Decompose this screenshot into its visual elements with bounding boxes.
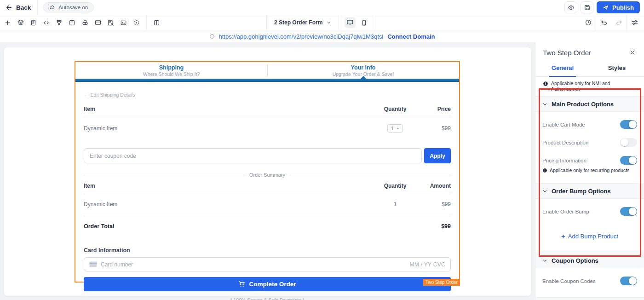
section-terms-and-conditions[interactable]: Terms and Conditions [535, 297, 644, 300]
shapes-icon[interactable] [80, 17, 90, 28]
tab-styles[interactable]: Styles [590, 61, 644, 76]
pricing-information-toggle[interactable] [620, 156, 637, 165]
item-amount: $99 [414, 201, 451, 208]
option-enable-cart-mode: Enable Cart Mode [542, 120, 637, 129]
connect-domain-link[interactable]: Connect Domain [387, 33, 435, 40]
complete-order-button[interactable]: Complete Order [84, 277, 451, 291]
undo-icon[interactable] [598, 17, 609, 28]
section-order-bump-options[interactable]: Order Bump Options [535, 183, 644, 199]
summary-row: Dynamic Item 1 $99 [84, 194, 451, 216]
enable-order-bump-toggle[interactable] [620, 207, 637, 216]
history-icon[interactable] [583, 17, 593, 28]
item-name: Dynamic Item [84, 201, 376, 208]
sections-icon[interactable] [28, 17, 39, 28]
step-subtitle: Where Should We Ship It? [143, 71, 200, 77]
quantity-select[interactable]: 1 [387, 124, 402, 133]
col-item: Item [84, 106, 376, 112]
autosave-badge: Autosave on [43, 2, 94, 12]
layers-icon[interactable] [15, 17, 26, 28]
apply-coupon-button[interactable]: Apply [424, 148, 451, 163]
add-element-icon[interactable] [2, 17, 13, 28]
send-icon [603, 4, 609, 11]
gateway-note: Applicable only for NMI and Authorize.ne… [535, 77, 644, 94]
element-selection-badge: Two Step Order [423, 279, 460, 286]
preview-url[interactable]: https://app.gohighlevel.com/v2/preview/n… [219, 33, 384, 40]
card-number-placeholder: Card number [101, 261, 409, 268]
divider [627, 15, 627, 30]
two-step-order-element[interactable]: Shipping Where Should We Ship It? Your i… [75, 61, 460, 283]
code-icon[interactable] [41, 17, 52, 28]
card-element-icon[interactable] [92, 17, 103, 28]
top-bar: Back Autosave on [0, 0, 644, 15]
plus-icon: + [561, 232, 565, 240]
builder-toolbar: 2 Step Order Form [0, 15, 644, 30]
info-icon [543, 81, 548, 87]
secure-payments-note: * 100% Secure & Safe Payments * [84, 297, 451, 300]
order-summary-title: Order Summary [249, 172, 285, 178]
order-steps: Shipping Where Should We Ship It? Your i… [75, 62, 459, 79]
text-icon[interactable] [67, 17, 77, 28]
widget-icon[interactable] [131, 17, 142, 28]
tab-general[interactable]: General [535, 61, 590, 76]
item-quantity: 1 [376, 201, 414, 208]
cart-icon [238, 281, 245, 288]
summary-table-header: Item Quantity Amount [84, 183, 451, 194]
back-label: Back [16, 4, 31, 11]
embed-code-icon[interactable] [118, 17, 129, 28]
divider [267, 65, 268, 76]
mobile-view-icon[interactable] [358, 17, 369, 28]
publish-label: Publish [612, 4, 634, 11]
col-price: Price [414, 106, 451, 112]
edit-shipping-link[interactable]: ← Edit Shipping Details [84, 92, 135, 98]
divider [146, 15, 147, 30]
col-quantity: Quantity [376, 183, 414, 189]
desktop-view-icon[interactable] [345, 17, 356, 28]
section-main-product-options[interactable]: Main Product Options [535, 96, 644, 112]
adjustments-icon[interactable] [629, 17, 640, 28]
product-description-toggle[interactable] [620, 138, 637, 147]
page-canvas[interactable]: Shipping Where Should We Ship It? Your i… [4, 47, 531, 296]
col-amount: Amount [414, 183, 451, 189]
publish-button[interactable]: Publish [597, 1, 640, 13]
page-selector-label: 2 Step Order Form [274, 19, 322, 26]
back-arrow-icon [6, 4, 12, 11]
eye-icon [568, 4, 575, 11]
left-arrow-icon: ← [84, 92, 89, 98]
item-row: Dynamic Item 1 $99 [84, 117, 451, 141]
card-number-field[interactable]: Card number MM / YY CVC [84, 257, 451, 271]
editor-content: Shipping Where Should We Ship It? Your i… [0, 42, 644, 300]
sidebar-title: Two Step Order [543, 49, 591, 57]
enable-coupon-codes-toggle[interactable] [620, 277, 637, 285]
order-total-amount: $99 [414, 223, 451, 230]
info-icon [542, 168, 547, 173]
columns-icon[interactable] [151, 17, 162, 28]
add-bump-product-link[interactable]: + Add Bump Product [561, 232, 618, 240]
preview-button[interactable] [564, 1, 577, 13]
enable-cart-mode-toggle[interactable] [620, 120, 637, 129]
page-builder: Back Autosave on [0, 0, 644, 300]
section-coupon-options[interactable]: Coupon Options [535, 253, 644, 268]
coupon-input[interactable] [84, 148, 422, 163]
form-search-icon[interactable] [105, 17, 116, 28]
option-product-description: Product Description [542, 138, 637, 147]
autosave-label: Autosave on [58, 5, 88, 10]
option-enable-order-bump: Enable Order Bump [542, 207, 637, 216]
back-button[interactable]: Back [0, 0, 37, 15]
items-table-header: Item Quantity Price [84, 106, 451, 117]
step-shipping[interactable]: Shipping Where Should We Ship It? [75, 62, 267, 79]
funnel-icon[interactable] [54, 17, 64, 28]
chevron-down-icon [327, 20, 331, 25]
col-item: Item [84, 183, 376, 189]
save-button[interactable] [581, 1, 593, 13]
chevron-down-icon [396, 127, 400, 130]
card-information-label: Card Information [84, 247, 451, 254]
col-quantity: Quantity [376, 106, 414, 112]
circle-icon [209, 34, 215, 39]
close-icon[interactable] [628, 48, 637, 57]
redo-icon[interactable] [614, 17, 624, 28]
divider [37, 0, 38, 15]
active-step-notch [360, 76, 367, 79]
complete-order-label: Complete Order [249, 281, 296, 288]
quantity-value: 1 [391, 126, 393, 131]
page-selector-dropdown[interactable]: 2 Step Order Form [266, 15, 339, 30]
